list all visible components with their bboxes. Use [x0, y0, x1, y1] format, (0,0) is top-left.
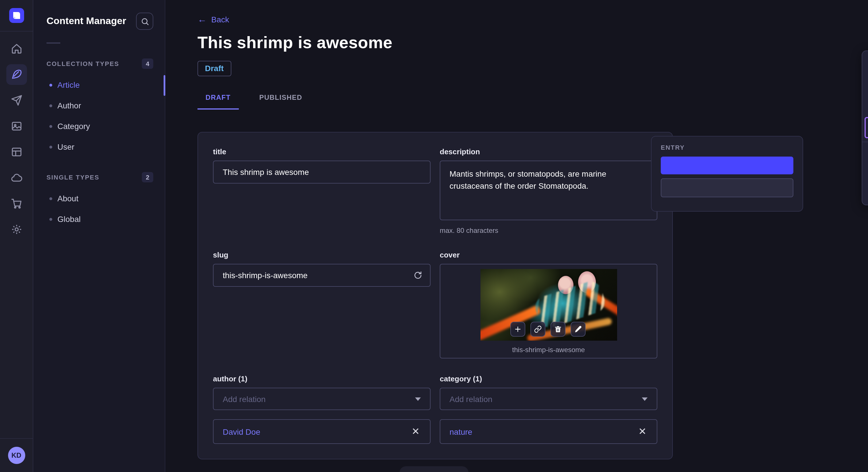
status-badge: Draft — [197, 61, 231, 76]
bottom-peek-element — [400, 466, 468, 472]
sidebar-item-article[interactable]: Article — [33, 74, 165, 95]
sidebar-item-user[interactable]: User — [33, 136, 165, 157]
marketplace-cart-icon[interactable] — [6, 193, 27, 214]
settings-gear-icon[interactable] — [6, 219, 27, 240]
subnav-divider — [46, 42, 60, 43]
add-media-button[interactable] — [510, 322, 525, 337]
paper-plane-icon[interactable] — [6, 90, 27, 111]
content-manager-subnav: Content Manager COLLECTION TYPES 4 Artic… — [33, 0, 165, 472]
link-icon — [534, 325, 541, 333]
edit-media-icon — [574, 325, 582, 333]
category-relation-item: nature ✕ — [440, 419, 657, 444]
delete-media-button[interactable] — [550, 322, 565, 337]
relation-link[interactable]: nature — [450, 427, 472, 436]
refresh-icon — [413, 271, 423, 280]
category-relation-select[interactable]: Add relation — [440, 388, 657, 410]
menu-item-content-history[interactable]: Content History — [862, 96, 868, 116]
cover-field: cover — [440, 250, 657, 359]
count-badge: 4 — [142, 59, 153, 69]
description-hint: max. 80 characters — [440, 227, 657, 235]
count-badge: 2 — [142, 172, 153, 182]
menu-item-delete-entry[interactable]: Delete entry — [865, 117, 868, 138]
section-label: SINGLE TYPES — [46, 174, 99, 181]
entry-panel-title: ENTRY — [661, 144, 794, 151]
menu-item-edit-the-model[interactable]: Edit the model — [862, 55, 868, 75]
title-field: title — [213, 147, 431, 235]
tab-draft[interactable]: DRAFT — [197, 90, 239, 109]
field-label: description — [440, 147, 657, 156]
category-field: category (1) Add relation nature ✕ — [440, 374, 657, 444]
description-field: description Mantis shrimps, or stomatopo… — [440, 147, 657, 235]
menu-item-configure-the-view[interactable]: Configure the view — [862, 75, 868, 96]
author-relation-select[interactable]: Add relation — [213, 388, 431, 410]
page-title: This shrimp is awesome — [197, 33, 868, 52]
search-icon — [141, 17, 149, 26]
title-input[interactable] — [213, 161, 431, 183]
entry-actions-menu: Edit the model Configure the view Conten… — [862, 50, 868, 205]
chevron-down-icon — [642, 397, 648, 401]
single-types-section: SINGLE TYPES 2 About Global — [33, 172, 165, 229]
home-icon[interactable] — [6, 38, 27, 59]
search-button[interactable] — [136, 12, 153, 30]
content-type-builder-icon[interactable] — [6, 142, 27, 162]
remove-relation-icon[interactable]: ✕ — [409, 425, 422, 438]
bullet-icon — [50, 217, 52, 221]
relation-link[interactable]: David Doe — [223, 427, 260, 436]
back-arrow-icon: ← — [197, 15, 207, 24]
bullet-icon — [50, 83, 52, 86]
cover-asset-card: this-shrimp-is-awesome — [440, 264, 657, 359]
field-label: slug — [213, 250, 431, 259]
cover-actions — [510, 322, 585, 337]
delete-media-icon — [554, 325, 562, 333]
field-label: title — [213, 147, 431, 156]
entry-panel: ENTRY — [651, 136, 803, 212]
back-link[interactable]: ← Back — [197, 15, 229, 24]
strapi-app: KD Content Manager COLLECTION TYPES 4 Ar… — [0, 0, 868, 472]
add-media-icon — [514, 325, 522, 333]
rail-divider — [0, 438, 33, 439]
cloud-icon[interactable] — [6, 167, 27, 188]
bullet-icon — [50, 125, 52, 128]
cover-caption: this-shrimp-is-awesome — [512, 346, 585, 354]
author-field: author (1) Add relation David Doe ✕ — [213, 374, 431, 444]
bullet-icon — [50, 145, 52, 148]
copy-link-button[interactable] — [530, 322, 545, 337]
sidebar-item-author[interactable]: Author — [33, 95, 165, 116]
field-label: category (1) — [440, 374, 657, 383]
collection-types-section: COLLECTION TYPES 4 Article Author Catego… — [33, 59, 165, 157]
field-label: author (1) — [213, 374, 431, 383]
main-content: ← Back This shrimp is awesome Draft DRAF… — [165, 0, 868, 472]
bullet-icon — [50, 197, 52, 200]
slug-field: slug — [213, 250, 431, 359]
remove-relation-icon[interactable]: ✕ — [636, 425, 649, 438]
media-library-icon[interactable] — [6, 116, 27, 136]
chevron-down-icon — [415, 397, 421, 401]
subnav-title: Content Manager — [46, 15, 126, 27]
sidebar-item-global[interactable]: Global — [33, 209, 165, 229]
strapi-logo[interactable] — [9, 8, 24, 23]
cover-image[interactable] — [480, 269, 617, 341]
tab-published[interactable]: PUBLISHED — [251, 90, 310, 109]
author-relation-item: David Doe ✕ — [213, 419, 431, 444]
tab-bar: DRAFT PUBLISHED — [197, 90, 868, 109]
entry-primary-button[interactable] — [661, 157, 794, 174]
field-label: cover — [440, 250, 657, 259]
edit-media-button[interactable] — [570, 322, 585, 337]
menu-meta: Updated 2 hours ago Created 2 hours ago — [862, 142, 868, 205]
sidebar-item-category[interactable]: Category — [33, 116, 165, 136]
description-textarea[interactable]: Mantis shrimps, or stomatopods, are mari… — [440, 161, 657, 220]
entry-form-card: title description Mantis shrimps, or sto… — [197, 132, 673, 460]
slug-input[interactable] — [213, 264, 431, 287]
bullet-icon — [50, 104, 52, 107]
user-avatar[interactable]: KD — [8, 447, 25, 464]
entry-secondary-button[interactable] — [661, 178, 794, 197]
sidebar-item-about[interactable]: About — [33, 188, 165, 209]
content-manager-icon[interactable] — [6, 64, 27, 85]
regenerate-slug-button[interactable] — [412, 270, 424, 281]
section-label: COLLECTION TYPES — [46, 60, 119, 67]
nav-rail: KD — [0, 0, 33, 472]
